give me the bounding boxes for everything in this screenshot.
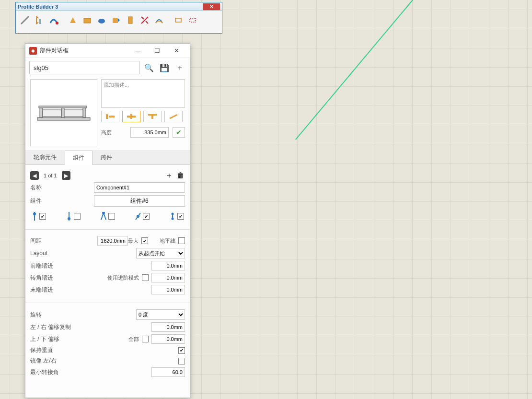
component-dialog: ◆ 部件对话框 — ☐ ✕ 🔍 💾 ＋ 添: [25, 43, 190, 398]
add-component-button[interactable]: ＋: [165, 171, 173, 180]
front-indent-label: 前端缩进: [30, 262, 151, 270]
end-indent-input[interactable]: [151, 285, 185, 294]
max-checkbox[interactable]: [141, 237, 148, 244]
preview-railing-icon: [35, 96, 93, 129]
keep-vertical-checkbox[interactable]: [178, 347, 185, 354]
all-label: 全部: [128, 336, 139, 343]
svg-rect-19: [127, 116, 136, 117]
profile-builder-toolbar: Profile Builder 3 ✕: [15, 2, 222, 34]
tool-extrude-icon[interactable]: [67, 14, 79, 26]
svg-point-27: [102, 212, 105, 214]
toolbar-close-button[interactable]: ✕: [203, 3, 220, 10]
svg-point-1: [56, 22, 58, 24]
mirror-lr-label: 镜像 左/右: [30, 357, 178, 365]
svg-rect-13: [43, 110, 61, 117]
svg-rect-17: [109, 116, 115, 117]
align-left-button[interactable]: [101, 111, 119, 122]
anchor-segment-checkbox[interactable]: [177, 213, 184, 220]
horizon-checkbox[interactable]: [178, 237, 185, 244]
pager-next-button[interactable]: ▶: [62, 171, 70, 180]
search-input[interactable]: [29, 61, 140, 74]
svg-rect-10: [40, 107, 43, 117]
anchor-start-icon: [31, 212, 38, 221]
close-button[interactable]: ✕: [167, 44, 186, 58]
tool-trim-icon[interactable]: [139, 14, 151, 26]
maximize-button[interactable]: ☐: [148, 44, 167, 58]
svg-point-32: [172, 218, 174, 220]
rotate-select[interactable]: 0 度: [136, 309, 185, 320]
align-top-button[interactable]: [143, 111, 162, 122]
tool-box-icon[interactable]: [81, 14, 93, 26]
toolbar-title: Profile Builder 3: [18, 4, 58, 10]
mirror-lr-checkbox[interactable]: [178, 358, 185, 364]
tool-paint-icon[interactable]: [110, 14, 122, 26]
svg-point-26: [68, 217, 70, 220]
tool-height-icon[interactable]: [33, 14, 46, 26]
tool-path-icon[interactable]: [153, 14, 165, 26]
anchor-corner-icon: [100, 212, 107, 221]
svg-rect-12: [83, 107, 86, 117]
layout-select[interactable]: 从起点开始: [136, 248, 185, 258]
front-indent-input[interactable]: [151, 261, 185, 270]
tool-stamp-icon[interactable]: [124, 14, 137, 26]
anchor-end-checkbox[interactable]: [74, 213, 81, 220]
pager-prev-button[interactable]: ◀: [30, 171, 39, 180]
preview-thumbnail: [30, 79, 97, 146]
svg-rect-9: [37, 117, 90, 120]
align-center-button[interactable]: [122, 111, 140, 122]
tool-follow-icon[interactable]: [47, 14, 60, 26]
tool-profile-icon[interactable]: [19, 14, 31, 26]
anchor-mid-checkbox[interactable]: [143, 213, 150, 220]
corner-step-checkbox[interactable]: [142, 274, 149, 281]
tool-push-icon[interactable]: [95, 14, 108, 26]
anchor-corner-checkbox[interactable]: [108, 213, 115, 220]
svg-rect-20: [148, 114, 157, 116]
tab-component[interactable]: 组件: [65, 151, 93, 165]
tool-rect-b-icon[interactable]: [186, 14, 199, 26]
end-indent-label: 末端缩进: [30, 286, 151, 294]
name-input[interactable]: [94, 182, 185, 193]
svg-rect-5: [113, 18, 118, 23]
min-turn-input[interactable]: [151, 367, 185, 377]
corner-indent-input[interactable]: [151, 273, 185, 282]
save-icon[interactable]: 💾: [158, 61, 171, 74]
tab-span[interactable]: 跨件: [93, 150, 120, 164]
dialog-title: 部件对话框: [40, 47, 128, 55]
spacing-input[interactable]: [97, 236, 128, 246]
svg-rect-0: [39, 19, 41, 24]
add-icon[interactable]: ＋: [173, 61, 186, 74]
tool-rect-a-icon[interactable]: [172, 14, 185, 26]
svg-rect-14: [64, 110, 83, 117]
layout-label: Layout: [30, 250, 136, 257]
svg-point-29: [137, 215, 139, 218]
minimize-button[interactable]: —: [128, 44, 148, 58]
ud-offset-input[interactable]: [151, 334, 185, 344]
svg-rect-6: [128, 17, 132, 23]
anchor-start-checkbox[interactable]: [39, 213, 46, 220]
height-confirm-button[interactable]: ✔: [173, 127, 185, 138]
svg-rect-3: [84, 18, 91, 23]
description-input[interactable]: 添加描述...: [101, 79, 185, 108]
pager-text: 1 of 1: [44, 173, 57, 178]
svg-marker-2: [70, 17, 76, 23]
svg-rect-8: [190, 18, 196, 22]
svg-line-22: [170, 115, 177, 118]
anchor-mid-icon: [135, 212, 141, 221]
delete-component-button[interactable]: 🗑: [176, 171, 185, 180]
svg-rect-11: [61, 107, 64, 117]
anchor-end-icon: [66, 212, 72, 221]
all-checkbox[interactable]: [142, 336, 149, 342]
svg-rect-7: [175, 18, 181, 22]
min-turn-label: 最小转接角: [30, 368, 151, 376]
search-icon[interactable]: 🔍: [143, 61, 155, 74]
height-input[interactable]: [130, 127, 169, 138]
ud-offset-label: 上 / 下 偏移: [30, 335, 128, 343]
tab-profile[interactable]: 轮廓元件: [25, 150, 65, 164]
max-label: 最大: [128, 237, 139, 245]
corner-indent-label: 转角缩进: [30, 274, 107, 282]
name-label: 名称: [30, 184, 59, 192]
component-select-button[interactable]: 组件#6: [94, 195, 185, 207]
align-diag-button[interactable]: [164, 111, 183, 122]
lr-offset-input[interactable]: [151, 322, 185, 332]
svg-rect-15: [39, 106, 87, 108]
